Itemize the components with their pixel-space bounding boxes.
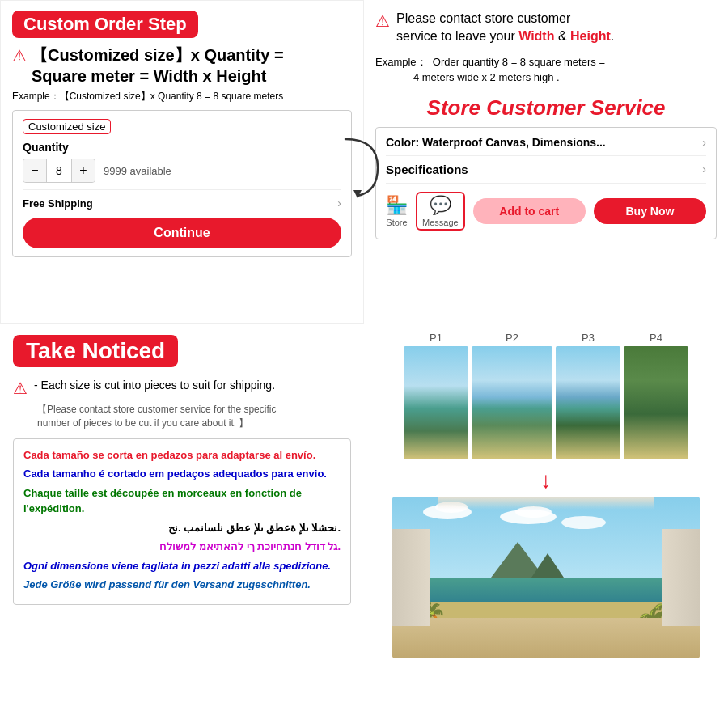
panel-p2-img: [472, 346, 552, 459]
contact-text: Please contact store customer service to…: [396, 10, 614, 46]
qty-increase-button[interactable]: +: [72, 159, 95, 182]
top-right-section: ⚠ Please contact store customer service …: [364, 0, 728, 324]
lang-spanish: Cada tamaño se corta en pedazos para ada…: [23, 447, 341, 463]
color-row[interactable]: Color: Waterproof Canvas, Dimensions... …: [386, 136, 706, 156]
shipping-row[interactable]: Free Shipping ›: [23, 189, 341, 210]
service-box: Color: Waterproof Canvas, Dimensions... …: [375, 127, 717, 239]
specifications-label: Specifications: [386, 163, 468, 176]
lang-hebrew: .גל דודל חנתחיוכת ךי להאתיאמ למשולח: [23, 539, 341, 555]
panel-p2-group: P2: [472, 332, 552, 459]
multilang-box: Cada tamaño se corta en pedazos para ada…: [13, 438, 351, 605]
spec-chevron-icon: ›: [702, 163, 706, 176]
spec-row[interactable]: Specifications ›: [386, 163, 706, 184]
panel-p4-label: P4: [650, 332, 662, 344]
warning-icon-3: ⚠: [13, 379, 28, 398]
top-left-section: Custom Order Step ⚠ 【Customized size】x Q…: [0, 0, 364, 324]
warning-icon-1: ⚠: [12, 46, 27, 66]
color-chevron-icon: ›: [702, 136, 706, 149]
message-icon-block[interactable]: 💬 Message: [416, 192, 465, 231]
example-block-right: Example： Order quantity 8 = 8 square met…: [375, 54, 717, 86]
lang-arabic: .نحشلا ىلإ ةعطق ىلإ عطق نلسانمب .نح: [23, 520, 341, 536]
arrow-decoration: [341, 135, 382, 200]
bottom-left-section: Take Noticed ⚠ - Each size is cut into p…: [0, 324, 364, 728]
lang-german: Jede Größe wird passend für den Versand …: [23, 577, 341, 593]
quantity-label: Quantity: [23, 141, 341, 154]
buy-now-button[interactable]: Buy Now: [594, 198, 706, 224]
lang-french: Chaque taille est découpée en morceaux e…: [23, 485, 341, 517]
shipping-label: Free Shipping: [23, 197, 93, 210]
lang-italian: Ogni dimensione viene tagliata in pezzi …: [23, 558, 341, 574]
panel-p3-img: [556, 346, 620, 459]
warning-icon-2: ⚠: [375, 11, 390, 31]
qty-input[interactable]: [46, 159, 72, 182]
customized-size-badge: Customized size: [23, 119, 111, 134]
panel-p1-group: P1: [404, 332, 468, 459]
notice-sub-text: 【Please contact store customer service f…: [37, 403, 351, 430]
action-row: 🏪 Store 💬 Message Add to cart Buy Now: [386, 192, 706, 231]
panel-p3-label: P3: [582, 332, 595, 344]
message-icon: 💬: [430, 195, 451, 216]
lang-portuguese: Cada tamanho é cortado em pedaços adequa…: [23, 466, 341, 482]
custom-order-title: Custom Order Step: [12, 11, 198, 38]
notice-main-text: - Each size is cut into pieces to suit f…: [34, 377, 275, 394]
panel-p2-label: P2: [506, 332, 518, 344]
height-label: Height: [570, 29, 611, 43]
continue-button[interactable]: Continue: [23, 218, 341, 248]
panels-row: P1 P2 P3 P4: [404, 332, 688, 459]
store-icon: 🏪: [386, 195, 408, 216]
take-noticed-title: Take Noticed: [13, 335, 178, 367]
example-text-left: Example：【Customized size】x Quantity 8 = …: [12, 90, 352, 104]
available-text: 9999 available: [104, 165, 171, 177]
store-icon-block[interactable]: 🏪 Store: [386, 195, 408, 227]
panel-p3-group: P3: [556, 332, 620, 459]
store-service-title: Store Customer Service: [375, 95, 717, 121]
panel-p4-group: P4: [624, 332, 688, 459]
formula-text: 【Customized size】x Quantity =Square mete…: [32, 44, 284, 87]
room-scene-img: 🌴 🌴 🌴 🌴: [392, 497, 700, 658]
down-arrow-icon: ↓: [540, 468, 552, 493]
qty-decrease-button[interactable]: −: [23, 159, 46, 182]
notice-item: ⚠ - Each size is cut into pieces to suit…: [13, 377, 351, 398]
panel-p1-label: P1: [430, 332, 442, 344]
product-box: Customized size Quantity − + 9999 availa…: [12, 110, 352, 257]
color-label: Color: Waterproof Canvas, Dimensions...: [386, 136, 606, 149]
add-to-cart-button[interactable]: Add to cart: [473, 198, 586, 224]
width-label: Width: [518, 29, 554, 43]
bottom-right-section: P1 P2 P3 P4 ↓: [364, 324, 728, 728]
quantity-control[interactable]: − +: [23, 159, 95, 183]
message-label: Message: [422, 218, 459, 227]
panel-p1-img: [404, 346, 468, 459]
store-label: Store: [386, 218, 407, 227]
panel-p4-img: [624, 346, 688, 459]
